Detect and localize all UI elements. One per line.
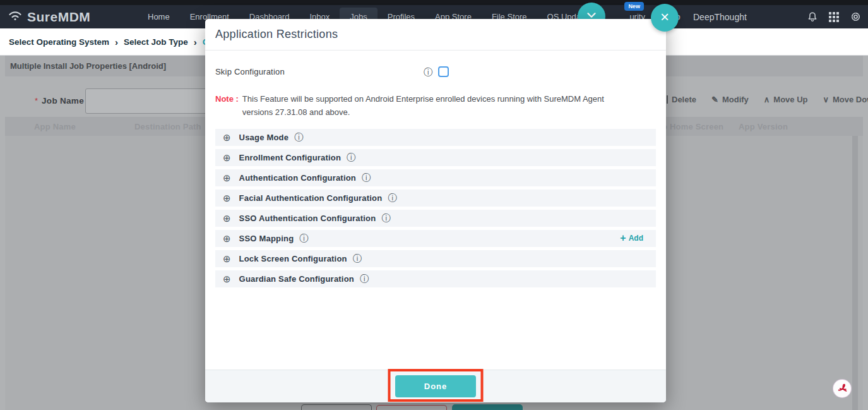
table-scrollbar[interactable] [852, 136, 858, 410]
pencil-icon: ✎ [711, 95, 718, 104]
application-restrictions-modal: Application Restrictions Skip Configurat… [205, 19, 666, 402]
info-icon[interactable]: ⓘ [353, 254, 362, 263]
acrobat-icon [837, 382, 848, 395]
modal-title: Application Restrictions [215, 28, 338, 41]
delete-button[interactable]: Delete [667, 95, 696, 104]
section-lock-screen-configuration[interactable]: ⊕ Lock Screen Configuration ⓘ [215, 250, 656, 267]
grid-toolbar: Delete ✎ Modify ∧ Move Up ∨ Move Down [667, 95, 868, 104]
info-icon[interactable]: ⓘ [388, 193, 396, 202]
wifi-icon [8, 9, 23, 25]
configuration-sections: ⊕ Usage Mode ⓘ ⊕ Enrollment Configuratio… [215, 129, 656, 287]
modal-footer: Done [205, 370, 666, 402]
delete-icon [667, 95, 668, 104]
plus-icon: + [620, 233, 626, 243]
expand-icon[interactable]: ⊕ [223, 274, 231, 284]
section-facial-authentication-configuration[interactable]: ⊕ Facial Authentication Configuration ⓘ [215, 190, 656, 207]
modify-button[interactable]: ✎ Modify [711, 95, 749, 104]
note-text: This Feature will be supported on Androi… [242, 92, 621, 119]
note: Note : This Feature will be supported on… [215, 92, 656, 119]
expand-icon[interactable]: ⊕ [223, 214, 231, 223]
pdf-export-button[interactable] [833, 380, 851, 397]
modal-body: Skip Configuration ⓘ Note : This Feature… [205, 66, 666, 287]
expand-icon[interactable]: ⊕ [223, 193, 231, 203]
apps-grid-icon[interactable] [829, 12, 839, 22]
chevron-right-icon: › [115, 37, 118, 47]
info-icon[interactable]: ⓘ [347, 153, 355, 162]
info-icon[interactable]: ⓘ [424, 68, 432, 76]
user-menu[interactable]: DeepThought [693, 5, 747, 28]
window-top-strip [0, 0, 868, 5]
table-header-app-version: App Version [739, 122, 788, 131]
section-sso-authentication-configuration[interactable]: ⊕ SSO Authentication Configuration ⓘ [215, 210, 656, 227]
move-up-button[interactable]: ∧ Move Up [764, 95, 808, 104]
new-badge: New [624, 2, 644, 11]
panel-title: Multiple Install Job Properties [Android… [10, 61, 166, 71]
close-icon: × [660, 9, 669, 25]
screen: SureMDM Home Enrollment Dashboard Inbox … [0, 0, 868, 410]
expand-icon[interactable]: ⊕ [223, 173, 231, 183]
required-asterisk: * [35, 96, 38, 106]
expand-icon[interactable]: ⊕ [223, 254, 231, 263]
gear-icon[interactable] [850, 11, 862, 23]
info-icon[interactable]: ⓘ [299, 234, 308, 243]
expand-icon[interactable]: ⊕ [223, 234, 231, 243]
skip-configuration-row: Skip Configuration ⓘ [215, 66, 656, 77]
job-name-row: * Job Name [35, 96, 84, 106]
info-icon[interactable]: ⓘ [360, 274, 369, 283]
chevron-right-icon: › [194, 37, 197, 47]
expand-icon[interactable]: ⊕ [223, 153, 231, 162]
section-enrollment-configuration[interactable]: ⊕ Enrollment Configuration ⓘ [215, 149, 656, 166]
modal-header: Application Restrictions [205, 19, 666, 51]
skip-configuration-checkbox[interactable] [438, 66, 449, 77]
note-label: Note : [215, 92, 239, 119]
background-button-middle[interactable] [376, 405, 447, 410]
table-header-destination-path: Destination Path [134, 122, 201, 131]
navbar-icons [807, 5, 862, 28]
add-button[interactable]: + Add [620, 233, 648, 243]
nav-item-home[interactable]: Home [138, 8, 180, 26]
bell-icon[interactable] [807, 11, 818, 23]
info-icon[interactable]: ⓘ [294, 133, 303, 142]
done-button[interactable]: Done [395, 375, 476, 397]
section-guardian-safe-configuration[interactable]: ⊕ Guardian Safe Configuration ⓘ [215, 270, 656, 287]
section-usage-mode[interactable]: ⊕ Usage Mode ⓘ [215, 129, 656, 146]
modal-close-button[interactable]: × [651, 4, 679, 32]
brand-name: SureMDM [27, 9, 90, 25]
expand-icon[interactable]: ⊕ [223, 133, 231, 142]
breadcrumb-item-os[interactable]: Select Operating System [9, 37, 109, 47]
skip-configuration-label: Skip Configuration [215, 67, 424, 76]
table-header-add-to-home-screen: o Home Screen [662, 122, 723, 131]
info-icon[interactable]: ⓘ [381, 214, 390, 222]
move-down-button[interactable]: ∨ Move Down [823, 95, 868, 104]
job-name-label: Job Name [42, 96, 84, 106]
table-header-app-name: App Name [34, 122, 76, 131]
section-sso-mapping[interactable]: ⊕ SSO Mapping ⓘ + Add [215, 230, 656, 247]
caret-up-icon: ∧ [764, 95, 770, 104]
background-button-left[interactable] [301, 404, 372, 410]
brand[interactable]: SureMDM [8, 9, 90, 25]
breadcrumb-item-job-type[interactable]: Select Job Type [124, 37, 188, 47]
caret-down-icon: ∨ [823, 95, 829, 104]
section-authentication-configuration[interactable]: ⊕ Authentication Configuration ⓘ [215, 169, 656, 186]
background-button-right[interactable] [452, 404, 523, 410]
info-icon[interactable]: ⓘ [362, 173, 371, 182]
